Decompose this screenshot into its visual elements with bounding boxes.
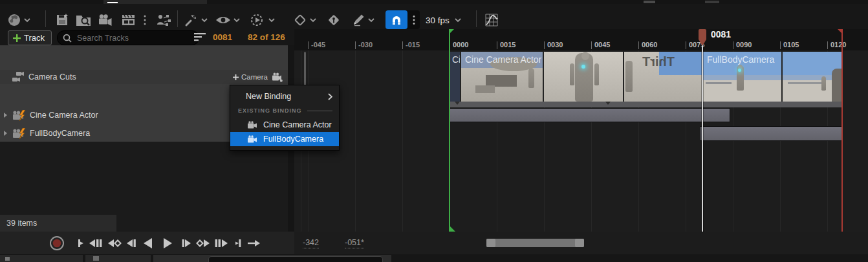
camera-icon [247, 121, 258, 129]
menu-item-cine-camera-actor[interactable]: Cine Camera Actor [230, 118, 339, 132]
timeline-ruler[interactable]: -045 -030 -015 0000 0015 0030 0045 0060 … [294, 29, 868, 50]
bottom-panel-strip [0, 254, 868, 262]
camera-cuts-section-bar[interactable] [450, 102, 842, 107]
curve-editor-icon[interactable] [484, 12, 499, 28]
previous-keyframe-button[interactable] [106, 234, 122, 252]
sequencer-toolbar: 30 fps [0, 4, 868, 29]
camera-cut-clip-start-sliver[interactable]: Cine Camera Actor [450, 52, 461, 102]
expand-caret-icon[interactable] [4, 113, 7, 118]
add-camera-button[interactable]: Camera [233, 73, 268, 81]
snap-icon[interactable] [385, 10, 407, 29]
add-track-button[interactable]: Track [8, 30, 52, 45]
next-keyframe-button[interactable] [196, 234, 212, 252]
scene-cylinder [832, 69, 842, 102]
step-forward-button[interactable] [180, 234, 192, 252]
actor-sequence-icon[interactable] [155, 12, 172, 28]
current-frame-display[interactable]: 0081 [213, 32, 232, 42]
playhead-frame-label: 0081 [711, 29, 731, 39]
ease-marker [605, 102, 611, 105]
filter-icon[interactable] [194, 33, 206, 41]
create-camera-icon[interactable] [97, 12, 114, 28]
robot-head [581, 52, 589, 60]
section-divider [307, 111, 332, 111]
cine-camera-actor-section[interactable] [450, 108, 730, 122]
jump-to-next-shot-button[interactable] [214, 234, 230, 252]
camera-cut-thumbnail[interactable]: ThirT [624, 52, 703, 102]
ruler-tick: 0120 [830, 41, 846, 49]
scrollbar-left-cap[interactable] [486, 239, 495, 247]
submenu-chevron-icon [328, 93, 332, 100]
transport-controls [0, 232, 294, 254]
playback-start-marker[interactable] [449, 29, 450, 232]
mark-frame-icon[interactable] [351, 12, 374, 28]
tools-icon[interactable] [184, 12, 208, 28]
camera-cut-label: FullBodyCamera [707, 54, 774, 65]
toolbar-separator [476, 10, 477, 27]
bottom-panel-tile[interactable] [0, 255, 83, 262]
auto-key-icon[interactable] [326, 12, 342, 28]
scrollbar-right-cap[interactable] [575, 239, 584, 247]
ruler-tick: 0105 [783, 41, 799, 49]
camera-binding-icon[interactable] [272, 72, 283, 82]
items-count-tab: 39 items [0, 215, 116, 232]
start-marker-flag [450, 29, 454, 33]
camera-cuts-icon [12, 71, 25, 83]
fps-dropdown[interactable]: 30 fps [426, 12, 461, 28]
fullbodycamera-section[interactable] [700, 126, 843, 141]
robot-arm [594, 63, 599, 85]
camera-binding-menu: New Binding EXISTING BINDING Cine Camera… [230, 85, 340, 151]
world-icon[interactable] [6, 12, 30, 28]
camera-cut-thumbnail[interactable]: Cine Camera Actor [461, 52, 544, 102]
step-backward-button[interactable] [125, 234, 136, 252]
set-end-time-button[interactable] [233, 234, 243, 252]
ruler-tick: 0015 [500, 41, 515, 49]
camera-cut-thumbnail[interactable]: FullBodyCamera [703, 52, 783, 102]
track-row-camera-cuts[interactable]: Camera Cuts Camera [0, 70, 288, 84]
toolbar-separator [45, 10, 46, 27]
robot-figure [625, 61, 633, 92]
playback-mode-arrow-icon[interactable] [246, 234, 261, 252]
ruler-tick: -030 [358, 41, 373, 49]
plus-icon [233, 74, 239, 80]
camera-cut-thumbnail[interactable] [544, 52, 624, 102]
start-marker-flag [450, 226, 455, 232]
search-icon [63, 34, 72, 43]
horizontal-scrollbar[interactable] [486, 239, 584, 247]
play-button[interactable] [161, 234, 174, 252]
camera-cut-thumbnail[interactable] [783, 52, 842, 102]
more-options-icon[interactable] [142, 12, 147, 28]
spawnable-camera-icon [12, 128, 26, 139]
expand-caret-icon[interactable] [4, 131, 7, 136]
working-range-end-field[interactable]: -051* [345, 238, 364, 248]
playhead-line[interactable] [702, 32, 703, 232]
plus-icon [13, 34, 21, 42]
scene-detail [788, 82, 821, 84]
sequencer-panel: 30 fps Track 0081 82 of 126 Camera [0, 0, 868, 262]
jump-to-previous-shot-button[interactable] [87, 234, 103, 252]
ruler-tick: 0060 [642, 41, 657, 49]
camera-cut-label: Cine Camera Actor [465, 54, 541, 65]
playback-options-icon[interactable] [250, 12, 275, 28]
active-tab-underline [107, 2, 118, 3]
bottom-search-box[interactable] [208, 256, 383, 262]
render-movie-icon[interactable] [120, 12, 137, 28]
menu-item-fullbodycamera[interactable]: FullBodyCamera [230, 132, 339, 146]
snap-options-icon[interactable] [407, 10, 420, 29]
menu-item-new-binding[interactable]: New Binding [230, 89, 339, 104]
playback-end-marker[interactable] [841, 29, 843, 232]
browse-icon[interactable] [75, 12, 92, 28]
ruler-tick: 0030 [547, 41, 563, 49]
view-options-icon[interactable] [215, 12, 240, 28]
set-start-time-button[interactable] [76, 234, 85, 252]
robot-chest-glow [738, 69, 741, 72]
save-icon[interactable] [54, 12, 70, 28]
search-tracks-input[interactable] [76, 33, 193, 43]
items-count-bar: 39 items [0, 213, 288, 232]
robot-arm [570, 63, 574, 85]
keyframe-options-icon[interactable] [292, 12, 316, 28]
working-range-start-field[interactable]: -342 [303, 238, 319, 248]
tab-remnant-icon [644, 1, 655, 3]
play-reverse-button[interactable] [142, 234, 155, 252]
tab-remnant-icon [705, 1, 719, 3]
record-button[interactable] [49, 234, 65, 252]
